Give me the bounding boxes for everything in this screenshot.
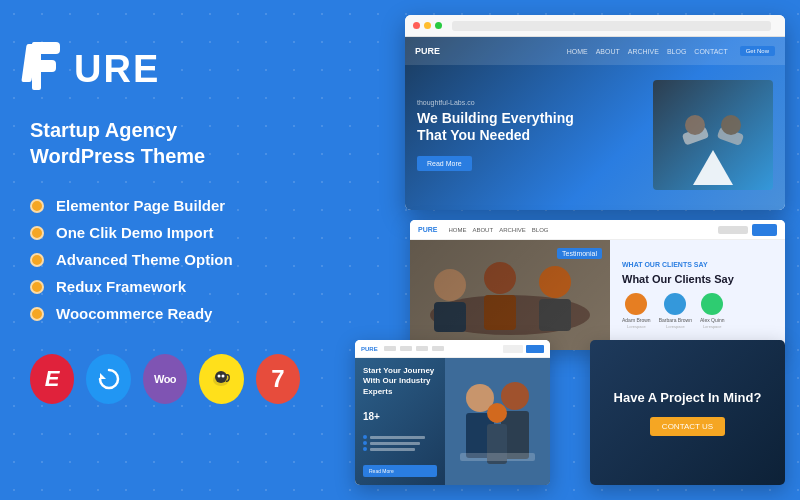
logo-ure: URE	[74, 48, 160, 91]
close-btn	[413, 22, 420, 29]
feature-bullet-1	[30, 226, 44, 240]
svg-rect-2	[32, 60, 56, 72]
screenshot-startup: PURE Start Your Journey With Our Industr…	[355, 340, 550, 485]
url-bar	[452, 21, 771, 31]
hero-text: thoughtful-Labs.co We Building Everythin…	[417, 99, 653, 171]
mid-content: Testimonial WHAT OUR CLIENTS SAY What Ou…	[410, 240, 785, 350]
hero-nav-about: ABOUT	[596, 48, 620, 55]
plugin-icons: E Woo 7	[30, 354, 300, 404]
hero-image	[653, 80, 773, 190]
browser-chrome	[405, 15, 785, 37]
svg-point-7	[222, 375, 225, 378]
tagline-line2: WordPress Theme	[30, 143, 300, 169]
tagline: Startup Agency WordPress Theme	[30, 117, 300, 169]
svg-point-11	[721, 115, 741, 135]
startup-feature-1	[363, 441, 437, 445]
dot-1	[363, 441, 367, 445]
screenshot-main: PURE HOME ABOUT ARCHIVE BLOG CONTACT Get…	[405, 15, 785, 210]
hero-nav-archive: ARCHIVE	[628, 48, 659, 55]
dot-0	[363, 435, 367, 439]
svg-point-10	[685, 115, 705, 135]
feature-bullet-0	[30, 199, 44, 213]
client-name-2: Alex Quinn	[700, 317, 724, 323]
stats-number: 18+	[363, 411, 437, 422]
elementor-letter: E	[45, 366, 60, 392]
startup-right	[445, 358, 550, 485]
section-label: WHAT OUR CLIENTS SAY	[622, 261, 773, 268]
feature-label-2: Advanced Theme Option	[56, 251, 233, 268]
startup-title: Start Your Journey With Our Industry Exp…	[363, 366, 437, 397]
max-btn	[435, 22, 442, 29]
svg-point-6	[218, 375, 221, 378]
testimonial-badge: Testimonial	[557, 248, 602, 259]
client-avatars: Adam Brown Lorespace Barbara Brown Lores…	[622, 293, 773, 329]
feature-item-4: Woocommerce Ready	[30, 305, 300, 322]
mid-nav-about: ABOUT	[472, 227, 493, 233]
feature-label-1: One Clik Demo Import	[56, 224, 214, 241]
section-title: What Our Clients Say	[622, 273, 773, 285]
startup-feature-2	[363, 447, 437, 451]
mid-nav-home: HOME	[448, 227, 466, 233]
startup-nav: PURE	[355, 340, 550, 358]
woo-label: Woo	[154, 373, 176, 385]
client-role-1: Lorespace	[666, 324, 685, 329]
client-avatar-1	[664, 293, 686, 315]
feature-bullet-3	[30, 280, 44, 294]
mid-right: WHAT OUR CLIENTS SAY What Our Clients Sa…	[610, 240, 785, 350]
seven-icon: 7	[256, 354, 300, 404]
elementor-icon: E	[30, 354, 74, 404]
seven-label: 7	[271, 365, 284, 393]
mid-nav-blog: BLOG	[532, 227, 549, 233]
hero-nav: PURE HOME ABOUT ARCHIVE BLOG CONTACT Get…	[405, 37, 785, 65]
hero-title: We Building EverythingThat You Needed	[417, 110, 653, 144]
client-role-0: Lorespace	[627, 324, 646, 329]
woocommerce-icon: Woo	[143, 354, 187, 404]
mid-logo: PURE	[418, 226, 437, 233]
revolution-icon	[86, 354, 130, 404]
right-panel: PURE HOME ABOUT ARCHIVE BLOG CONTACT Get…	[355, 15, 785, 485]
client-card-1: Barbara Brown Lorespace	[659, 293, 692, 329]
hero-nav-links: HOME ABOUT ARCHIVE BLOG CONTACT	[567, 48, 728, 55]
startup-cta: Read More	[363, 465, 437, 477]
hero-nav-contact: CONTACT	[694, 48, 727, 55]
mid-browser-bar: PURE HOME ABOUT ARCHIVE BLOG	[410, 220, 785, 240]
feature-bullet-2	[30, 253, 44, 267]
startup-content: Start Your Journey With Our Industry Exp…	[355, 358, 550, 485]
client-name-0: Adam Brown	[622, 317, 651, 323]
hero-logo: PURE	[415, 46, 440, 56]
svg-point-5	[215, 371, 227, 383]
client-card-0: Adam Brown Lorespace	[622, 293, 651, 329]
hero-nav-btn: Get Now	[740, 46, 775, 56]
tagline-line1: Startup Agency	[30, 117, 300, 143]
screenshot-testimonial: PURE HOME ABOUT ARCHIVE BLOG	[410, 220, 785, 350]
feature-item-1: One Clik Demo Import	[30, 224, 300, 241]
left-panel: URE Startup Agency WordPress Theme Eleme…	[30, 40, 300, 404]
mid-nav-links: HOME ABOUT ARCHIVE BLOG	[448, 227, 548, 233]
startup-feature-0	[363, 435, 437, 439]
client-avatar-0	[625, 293, 647, 315]
feature-item-0: Elementor Page Builder	[30, 197, 300, 214]
feature-item-3: Redux Framework	[30, 278, 300, 295]
min-btn	[424, 22, 431, 29]
line-1	[370, 442, 420, 445]
hero-nav-blog: BLOG	[667, 48, 686, 55]
startup-logo: PURE	[361, 346, 378, 352]
project-content: Have A Project In Mind? CONTACT US	[590, 340, 785, 485]
startup-left: Start Your Journey With Our Industry Exp…	[355, 358, 445, 485]
hero-content: thoughtful-Labs.co We Building Everythin…	[405, 65, 785, 205]
startup-stats: 18+	[363, 411, 437, 422]
project-cta: CONTACT US	[650, 417, 725, 436]
client-avatar-2	[701, 293, 723, 315]
feature-bullet-4	[30, 307, 44, 321]
client-role-2: Lorespace	[703, 324, 722, 329]
logo-p-letter	[30, 40, 72, 99]
screenshot-project: Have A Project In Mind? CONTACT US	[590, 340, 785, 485]
svg-rect-27	[460, 453, 535, 461]
svg-point-25	[487, 403, 507, 423]
feature-item-2: Advanced Theme Option	[30, 251, 300, 268]
dot-2	[363, 447, 367, 451]
feature-label-4: Woocommerce Ready	[56, 305, 212, 322]
hero-subtitle: thoughtful-Labs.co	[417, 99, 653, 106]
mid-nav-archive: ARCHIVE	[499, 227, 526, 233]
hero-section: PURE HOME ABOUT ARCHIVE BLOG CONTACT Get…	[405, 37, 785, 210]
